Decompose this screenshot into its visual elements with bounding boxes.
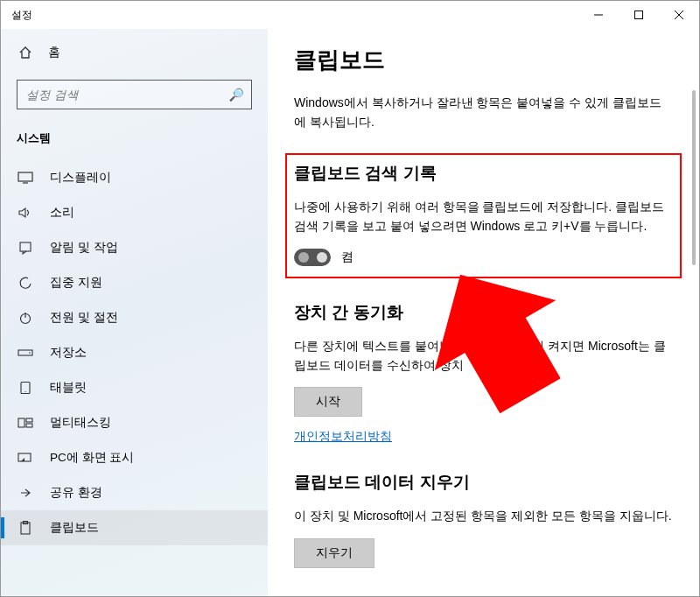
content-scrollbar[interactable]	[690, 64, 697, 593]
svg-rect-1	[635, 11, 643, 19]
window-title: 설정	[11, 8, 32, 23]
sidebar: 홈 🔍 시스템 디스플레이 소리 알림 및 작업 집중 지원	[1, 29, 268, 596]
window-controls	[578, 1, 699, 29]
svg-point-10	[29, 352, 31, 354]
sidebar-item-projecting[interactable]: PC에 화면 표시	[1, 440, 268, 475]
nav-label: PC에 화면 표시	[50, 450, 134, 466]
clear-button[interactable]: 지우기	[294, 538, 374, 568]
annotation-arrow-icon	[425, 265, 565, 423]
nav-label: 전원 및 절전	[50, 310, 118, 326]
close-icon	[674, 10, 684, 20]
sidebar-item-tablet[interactable]: 태블릿	[1, 370, 268, 405]
sidebar-item-power[interactable]: 전원 및 절전	[1, 300, 268, 335]
shared-icon	[17, 486, 34, 500]
search-input[interactable]	[26, 88, 229, 102]
maximize-icon	[634, 10, 644, 20]
notifications-icon	[17, 241, 34, 255]
projecting-icon	[17, 452, 34, 464]
page-intro: Windows에서 복사하거나 잘라낸 항목은 붙여넣을 수 있게 클립보드에 …	[294, 93, 673, 132]
page-title: 클립보드	[294, 45, 673, 75]
sidebar-home[interactable]: 홈	[1, 38, 268, 67]
sidebar-item-focus[interactable]: 집중 지원	[1, 265, 268, 300]
settings-window: 설정 홈 🔍 시스템	[0, 0, 700, 597]
sidebar-category: 시스템	[1, 127, 268, 160]
svg-rect-15	[26, 424, 32, 427]
storage-icon	[17, 348, 34, 358]
clear-desc: 이 장치 및 Microsoft에서 고정된 항목을 제외한 모든 항목을 지웁…	[294, 506, 673, 525]
close-button[interactable]	[659, 1, 699, 29]
titlebar: 설정	[1, 1, 699, 29]
sidebar-item-notifications[interactable]: 알림 및 작업	[1, 230, 268, 265]
nav-label: 소리	[50, 205, 74, 221]
minimize-icon	[593, 10, 604, 20]
search-box[interactable]: 🔍	[17, 80, 252, 109]
sound-icon	[17, 207, 34, 219]
nav-label: 저장소	[50, 345, 87, 361]
scrollbar-thumb[interactable]	[692, 90, 696, 265]
content-pane: 클립보드 Windows에서 복사하거나 잘라낸 항목은 붙여넣을 수 있게 클…	[268, 29, 699, 596]
search-icon: 🔍	[229, 88, 244, 102]
sidebar-item-sound[interactable]: 소리	[1, 195, 268, 230]
home-label: 홈	[48, 45, 60, 60]
tablet-icon	[17, 381, 34, 395]
privacy-link[interactable]: 개인정보처리방침	[294, 429, 392, 445]
minimize-button[interactable]	[578, 1, 619, 29]
section-clipboard-history: 클립보드 검색 기록 나중에 사용하기 위해 여러 항목을 클립보드에 저장합니…	[289, 157, 678, 275]
clear-heading: 클립보드 데이터 지우기	[294, 471, 673, 494]
svg-rect-4	[18, 172, 32, 181]
svg-rect-6	[20, 242, 31, 251]
body: 홈 🔍 시스템 디스플레이 소리 알림 및 작업 집중 지원	[1, 29, 699, 596]
nav-label: 알림 및 작업	[50, 240, 118, 256]
nav-label: 태블릿	[50, 380, 87, 396]
svg-rect-14	[26, 418, 32, 422]
nav-label: 멀티태스킹	[50, 415, 111, 431]
focus-icon	[17, 276, 34, 290]
power-icon	[17, 311, 34, 325]
nav-label: 집중 지원	[50, 275, 102, 291]
nav-label: 클립보드	[50, 520, 99, 536]
sidebar-item-clipboard[interactable]: 클립보드	[1, 510, 268, 545]
svg-rect-13	[18, 418, 24, 427]
nav-label: 디스플레이	[50, 170, 111, 186]
nav-label: 공유 환경	[50, 485, 102, 501]
sync-start-button[interactable]: 시작	[294, 387, 362, 417]
sidebar-item-multitasking[interactable]: 멀티태스킹	[1, 405, 268, 440]
sidebar-item-display[interactable]: 디스플레이	[1, 160, 268, 195]
sidebar-item-shared[interactable]: 공유 환경	[1, 475, 268, 510]
display-icon	[17, 172, 34, 184]
sidebar-item-storage[interactable]: 저장소	[1, 335, 268, 370]
maximize-button[interactable]	[619, 1, 659, 29]
history-toggle[interactable]	[294, 249, 331, 266]
clipboard-icon	[17, 521, 34, 535]
home-icon	[17, 46, 34, 60]
svg-point-12	[24, 391, 25, 392]
section-clear: 클립보드 데이터 지우기 이 장치 및 Microsoft에서 고정된 항목을 …	[294, 471, 673, 567]
annotation-highlight-box	[285, 153, 682, 278]
multitasking-icon	[17, 417, 34, 429]
svg-marker-19	[425, 265, 565, 423]
